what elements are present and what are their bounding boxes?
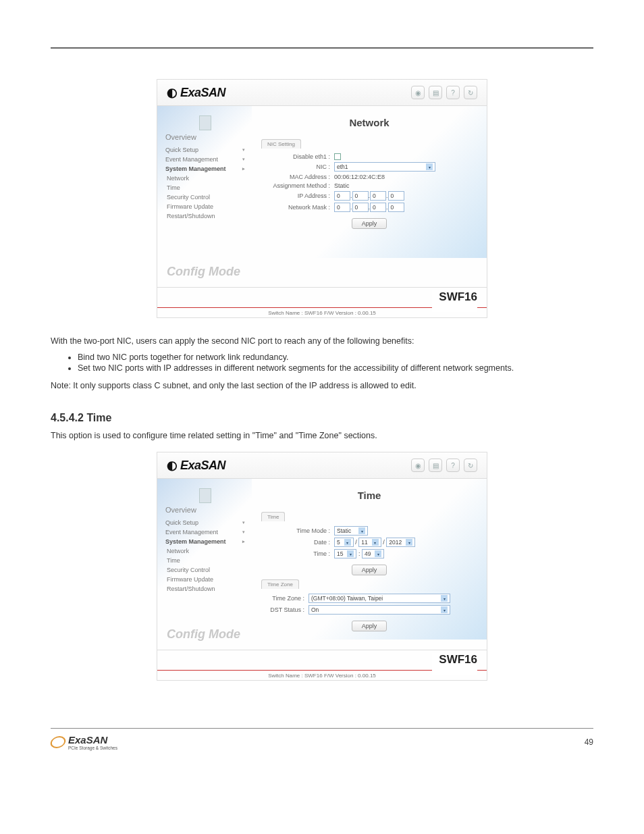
time-label: Time : [261, 550, 334, 557]
mask-octet-3[interactable]: 0 [370, 203, 386, 212]
mask-octet-1[interactable]: 0 [334, 203, 350, 212]
config-mode-label: Config Mode [157, 258, 487, 287]
apply-button[interactable]: Apply [352, 565, 387, 575]
app-header: ◐ ExaSAN ◉ ▤ ? ↻ [157, 80, 487, 106]
sidebar-item-firmware-update[interactable]: Firmware Update [165, 202, 245, 211]
refresh-icon[interactable]: ↻ [464, 459, 477, 472]
chevron-down-icon: ▾ [406, 539, 412, 546]
page-title: Time [261, 490, 477, 501]
section-heading-time: 4.5.4.2 Time [51, 412, 593, 424]
time-mode-label: Time Mode : [261, 527, 334, 534]
time-minute-select[interactable]: 49▾ [362, 549, 384, 558]
eye-icon[interactable]: ◉ [411, 459, 425, 472]
chevron-right-icon: ▸ [242, 166, 245, 172]
ip-octet-2[interactable]: 0 [352, 191, 369, 201]
assign-method-value: Static [334, 182, 350, 189]
chevron-down-icon: ▾ [375, 550, 381, 557]
ip-address-label: IP Address : [261, 192, 334, 199]
sidebar-item-restart-shutdown[interactable]: Restart/Shutdown [165, 584, 245, 594]
sidebar: Overview Quick Setup▾ Event Management▾ … [157, 479, 252, 640]
network-screenshot: ◐ ExaSAN ◉ ▤ ? ↻ Overview Quick Setup▾ E… [157, 79, 487, 318]
chevron-down-icon: ▾ [372, 539, 379, 546]
chevron-right-icon: ▸ [242, 539, 245, 544]
overview-label[interactable]: Overview [165, 133, 245, 141]
ip-octet-4[interactable]: 0 [388, 191, 404, 201]
eye-icon[interactable]: ◉ [411, 86, 425, 99]
overview-label[interactable]: Overview [165, 506, 245, 514]
footer-logo: ExaSAN PCIe Storage & Switches [51, 734, 117, 750]
chevron-down-icon: ▾ [441, 606, 448, 613]
time-screenshot: ◐ ExaSAN ◉ ▤ ? ↻ Overview Quick Setup▾ E… [157, 452, 487, 681]
dst-status-select[interactable]: On▾ [308, 605, 450, 615]
model-label: SWF16 [432, 290, 477, 312]
sidebar-item-system-management[interactable]: System Management▸ [165, 537, 245, 546]
sidebar-item-security-control[interactable]: Security Control [165, 192, 245, 202]
sidebar-item-time[interactable]: Time [165, 183, 245, 192]
time-intro-paragraph: This option is used to configure time re… [51, 429, 593, 442]
chevron-down-icon: ▾ [358, 527, 365, 534]
chevron-down-icon: ▾ [242, 529, 245, 535]
time-mode-select[interactable]: Static▾ [334, 526, 368, 536]
sidebar-item-network[interactable]: Network [165, 546, 245, 556]
network-mask-label: Network Mask : [261, 204, 334, 211]
date-day-select[interactable]: 11▾ [358, 538, 381, 547]
sidebar-item-event-management[interactable]: Event Management▾ [165, 527, 245, 537]
sidebar-item-restart-shutdown[interactable]: Restart/Shutdown [165, 211, 245, 221]
sidebar: Overview Quick Setup▾ Event Management▾ … [157, 106, 252, 258]
brand-logo: ◐ ExaSAN [167, 458, 225, 473]
sidebar-item-quick-setup[interactable]: Quick Setup▾ [165, 518, 245, 527]
sidebar-item-network[interactable]: Network [165, 174, 245, 183]
chevron-down-icon: ▾ [242, 520, 245, 525]
sidebar-item-system-management[interactable]: System Management▸ [165, 164, 245, 174]
note-paragraph: Note: It only supports class C subnet, a… [51, 380, 593, 392]
sidebar-item-security-control[interactable]: Security Control [165, 565, 245, 575]
network-intro-paragraph: With the two-port NIC, users can apply t… [51, 335, 593, 347]
ring-icon [49, 736, 68, 748]
doc-icon[interactable]: ▤ [429, 459, 442, 472]
sidebar-item-quick-setup[interactable]: Quick Setup▾ [165, 145, 245, 155]
page-footer: ExaSAN PCIe Storage & Switches 49 [51, 728, 593, 771]
disable-eth1-label: Disable eth1 : [261, 153, 334, 160]
chevron-down-icon: ▾ [347, 550, 354, 557]
overview-icon [199, 488, 211, 503]
chevron-down-icon: ▾ [441, 595, 448, 602]
mac-value: 00:06:12:02:4C:E8 [334, 174, 385, 180]
benefit-list: Bind two NIC ports together for network … [78, 353, 593, 373]
time-zone-label: Time Zone : [261, 595, 308, 602]
list-item: Bind two NIC ports together for network … [78, 353, 593, 362]
date-month-select[interactable]: 5▾ [334, 538, 354, 547]
help-icon[interactable]: ? [446, 459, 460, 472]
apply-button[interactable]: Apply [352, 218, 387, 229]
app-header: ◐ ExaSAN ◉ ▤ ? ↻ [157, 452, 487, 479]
tab-nic-setting[interactable]: NIC Setting [261, 139, 301, 149]
sidebar-item-time[interactable]: Time [165, 556, 245, 565]
assign-method-label: Assignment Method : [261, 182, 334, 189]
mask-octet-4[interactable]: 0 [388, 203, 404, 212]
page-title: Network [261, 117, 477, 128]
apply-button[interactable]: Apply [352, 621, 387, 631]
ip-octet-1[interactable]: 0 [334, 191, 350, 201]
list-item: Set two NIC ports with IP addresses in d… [78, 363, 593, 373]
sidebar-item-firmware-update[interactable]: Firmware Update [165, 575, 245, 584]
brand-logo: ◐ ExaSAN [167, 85, 225, 100]
doc-icon[interactable]: ▤ [429, 86, 442, 99]
help-icon[interactable]: ? [446, 86, 460, 99]
model-label: SWF16 [432, 653, 477, 675]
nic-select[interactable]: eth1▾ [334, 162, 435, 172]
page-number: 49 [585, 737, 593, 747]
ip-octet-3[interactable]: 0 [370, 191, 386, 201]
disable-eth1-checkbox[interactable] [334, 153, 341, 160]
chevron-down-icon: ▾ [242, 157, 245, 162]
mask-octet-2[interactable]: 0 [352, 203, 369, 212]
date-year-select[interactable]: 2012▾ [386, 538, 415, 547]
sidebar-item-event-management[interactable]: Event Management▾ [165, 155, 245, 164]
date-label: Date : [261, 539, 334, 546]
tab-time-zone[interactable]: Time Zone [261, 579, 299, 589]
time-hour-select[interactable]: 15▾ [334, 549, 356, 558]
main-pane: Time Time Time Mode :Static▾ Date : 5▾ /… [252, 479, 487, 640]
tab-time[interactable]: Time [261, 512, 285, 521]
time-zone-select[interactable]: (GMT+08:00) Taiwan, Taipei▾ [308, 594, 450, 603]
dst-status-label: DST Status : [261, 606, 308, 613]
chevron-down-icon: ▾ [242, 147, 245, 153]
refresh-icon[interactable]: ↻ [464, 86, 477, 99]
